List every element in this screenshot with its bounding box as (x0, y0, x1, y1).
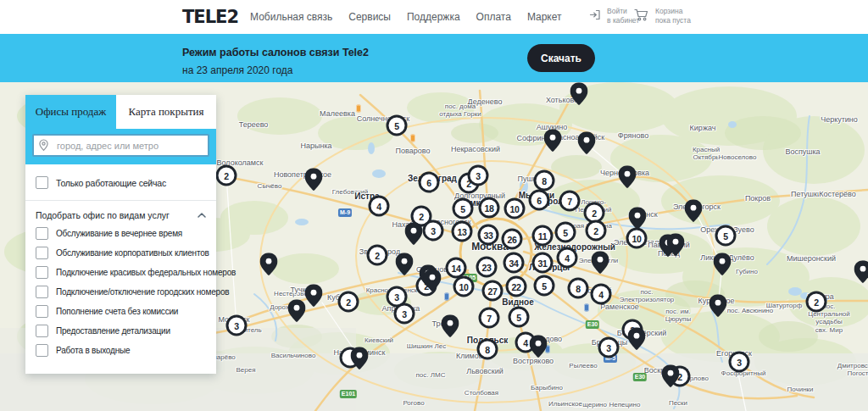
filter-open-now-label: Только работающие сейчас (56, 178, 166, 188)
login-button[interactable]: Войтив кабинет (588, 7, 639, 25)
map-pin-marker[interactable] (351, 347, 369, 369)
map-label: Пески (669, 399, 687, 407)
service-filter[interactable]: Обслуживание корпоративных клиентов (36, 247, 206, 259)
map-cluster-marker[interactable]: 5 (555, 222, 576, 243)
map-pin-marker[interactable] (260, 253, 278, 275)
service-filter[interactable]: Подключение красивых федеральных номеров (36, 266, 206, 279)
map-cluster-marker[interactable]: 8 (568, 278, 589, 299)
map-cluster-marker[interactable]: 2 (338, 292, 359, 313)
main-nav: Мобильная связьСервисыПоддержкаОплатаМар… (250, 0, 562, 34)
service-filter[interactable]: Предоставление детализации (36, 325, 206, 337)
map-pin-marker[interactable] (442, 314, 459, 337)
map-cluster-marker[interactable]: 3 (729, 352, 750, 373)
search-input[interactable] (32, 134, 209, 157)
map-cluster-marker[interactable]: 8 (477, 339, 498, 360)
services-section-toggle[interactable]: Подобрать офис по видам услуг (36, 210, 206, 220)
map-pin-marker[interactable] (629, 207, 647, 230)
map-pin-marker[interactable] (714, 253, 732, 275)
map-cluster-marker[interactable]: 3 (423, 220, 444, 242)
map-cluster-marker[interactable]: 2 (806, 292, 827, 313)
service-filter[interactable]: Обслуживание в вечернее время (36, 227, 206, 240)
map-pin-marker[interactable] (405, 222, 423, 245)
map-cluster-marker[interactable]: 3 (394, 303, 415, 325)
map-pin-marker[interactable] (619, 165, 637, 188)
map-cluster-marker[interactable]: 10 (453, 276, 475, 297)
tele2-logo[interactable]: TELE2 (182, 7, 238, 27)
map-cluster-marker[interactable]: 10 (626, 228, 648, 249)
map-label: Петушки (791, 190, 821, 198)
map-cluster-marker[interactable]: 23 (476, 257, 498, 278)
map-pin-marker[interactable] (592, 251, 609, 274)
checkbox[interactable] (36, 247, 48, 259)
map-cluster-marker[interactable]: 4 (557, 247, 578, 269)
map-cluster-marker[interactable]: 6 (529, 190, 550, 211)
service-filter[interactable]: Подключение/отключение городских номеров (36, 286, 206, 298)
cart-icon (634, 8, 649, 25)
map-pin-marker[interactable] (544, 129, 562, 152)
map-cluster-marker[interactable]: 27 (482, 280, 504, 302)
nav-item[interactable]: Оплата (476, 11, 511, 23)
tab-coverage[interactable]: Карта покрытия (116, 95, 216, 129)
map-pin-marker[interactable] (305, 284, 323, 307)
map-cluster-marker[interactable]: 7 (479, 308, 500, 329)
map-pin-marker[interactable] (424, 269, 442, 292)
map-pin-marker[interactable] (662, 364, 680, 387)
checkbox[interactable] (36, 227, 48, 240)
cart-button[interactable]: Корзинапока пуста (634, 7, 691, 25)
checkbox[interactable] (36, 176, 48, 189)
map-pin-marker[interactable] (667, 233, 685, 256)
map-label: Новопетровское (274, 170, 331, 179)
map-cluster-marker[interactable]: 3 (226, 315, 248, 336)
map-cluster-marker[interactable]: 3 (598, 337, 620, 358)
map-cluster-marker[interactable]: 8 (534, 170, 555, 192)
map-label: пос. дома отдыха Горки (439, 103, 481, 118)
map-cluster-marker[interactable]: 7 (559, 191, 581, 212)
map-cluster-marker[interactable]: 5 (509, 307, 530, 328)
nav-item[interactable]: Маркет (527, 11, 562, 23)
offices-panel: Офисы продаж Карта покрытия Только работ… (25, 95, 216, 374)
map-pin-marker[interactable] (709, 294, 727, 317)
map-cluster-marker[interactable]: 33 (478, 225, 499, 246)
map-cluster-marker[interactable]: 31 (532, 253, 554, 274)
nav-item[interactable]: Мобильная связь (250, 11, 332, 23)
map-cluster-marker[interactable]: 5 (453, 198, 474, 219)
map-cluster-marker[interactable]: 11 (532, 225, 554, 247)
map-cluster-marker[interactable]: 13 (452, 221, 473, 242)
map-pin-marker[interactable] (570, 82, 588, 105)
map-cluster-marker[interactable]: 5 (387, 115, 408, 136)
download-button[interactable]: Скачать (527, 44, 595, 72)
checkbox[interactable] (36, 266, 48, 279)
map-cluster-marker[interactable]: 2 (216, 165, 237, 186)
checkbox[interactable] (36, 344, 48, 357)
map-cluster-marker[interactable]: 10 (504, 198, 526, 219)
map-pin-marker[interactable] (628, 327, 646, 350)
map-cluster-marker[interactable]: 3 (468, 165, 489, 186)
map-cluster-marker[interactable]: 4 (591, 284, 612, 305)
nav-item[interactable]: Сервисы (348, 11, 391, 23)
map-cluster-marker[interactable]: 2 (586, 220, 607, 242)
map-cluster-marker[interactable]: 2 (367, 245, 388, 266)
map-cluster-marker[interactable]: 6 (419, 172, 440, 193)
map-cluster-marker[interactable]: 5 (715, 225, 737, 247)
map-pin-marker[interactable] (685, 199, 703, 222)
map-pin-marker[interactable] (396, 253, 414, 275)
map-pin-marker[interactable] (288, 299, 306, 322)
checkbox[interactable] (36, 286, 48, 298)
service-filter[interactable]: Пополнение счета без комиссии (36, 305, 206, 318)
checkbox[interactable] (36, 325, 48, 337)
map-pin-marker[interactable] (305, 168, 323, 191)
map-cluster-marker[interactable]: 18 (479, 197, 500, 219)
filter-open-now[interactable]: Только работающие сейчас (36, 176, 206, 189)
tab-offices[interactable]: Офисы продаж (25, 95, 116, 129)
map-cluster-marker[interactable]: 4 (369, 196, 390, 217)
map-pin-marker[interactable] (854, 260, 868, 283)
checkbox[interactable] (36, 305, 48, 318)
map-cluster-marker[interactable]: 34 (504, 253, 525, 274)
map-pin-marker[interactable] (530, 335, 548, 358)
service-filter[interactable]: Работа в выходные (36, 344, 206, 357)
map-cluster-marker[interactable]: 26 (502, 229, 523, 250)
map-cluster-marker[interactable]: 5 (534, 275, 555, 297)
nav-item[interactable]: Поддержка (407, 11, 460, 23)
map-pin-marker[interactable] (578, 131, 596, 154)
map-cluster-marker[interactable]: 22 (506, 276, 527, 297)
